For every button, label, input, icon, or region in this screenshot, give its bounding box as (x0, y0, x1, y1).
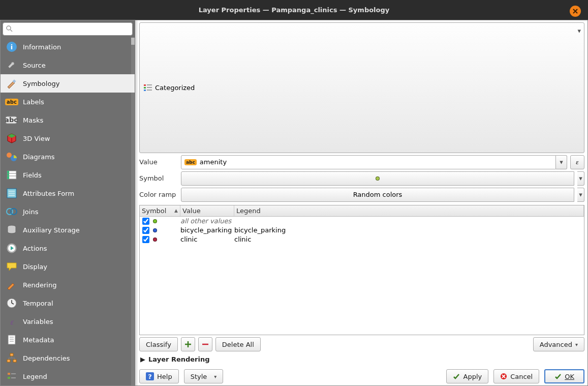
chevron-down-icon: ▾ (214, 374, 216, 379)
window: Layer Properties — Pampanga_clinics — Sy… (0, 0, 588, 386)
value-row: Value abc amenity ▾ ε (139, 155, 584, 169)
classify-button[interactable]: Classify (139, 337, 178, 351)
delete-all-button[interactable]: Delete All (215, 337, 261, 351)
sidebar-item-masks[interactable]: abc Masks (1, 111, 135, 129)
layer-rendering-toggle[interactable]: ▶ Layer Rendering (139, 353, 584, 365)
joins-icon (6, 205, 18, 218)
sidebar-item-labels[interactable]: abc Labels (1, 93, 135, 111)
sidebar-item-display[interactable]: Display (1, 257, 135, 276)
svg-text:ε: ε (10, 318, 14, 326)
sidebar-item-information[interactable]: i Information (1, 38, 135, 56)
category-checkbox[interactable] (142, 236, 149, 243)
chevron-down-icon: ▾ (577, 27, 581, 35)
sidebar-item-label: Actions (23, 245, 47, 252)
sidebar-item-joins[interactable]: Joins (1, 202, 135, 221)
sidebar-item-attributes-form[interactable]: Attributes Form (1, 184, 135, 202)
symbol-button[interactable] (181, 171, 574, 186)
value-field-input[interactable]: abc amenity (181, 155, 556, 169)
search-input[interactable] (3, 22, 133, 36)
tree-icon (6, 352, 18, 364)
color-ramp-dropdown[interactable]: ▾ (577, 188, 584, 202)
symbol-label: Symbol (139, 174, 178, 182)
sidebar-item-label: Auxiliary Storage (23, 226, 80, 234)
sidebar-item-actions[interactable]: Actions (1, 239, 135, 257)
categorized-icon (144, 84, 152, 91)
sidebar-item-metadata[interactable]: Metadata (1, 331, 135, 349)
remove-category-button[interactable] (198, 337, 212, 351)
sidebar-item-symbology[interactable]: Symbology (1, 74, 135, 93)
apply-button[interactable]: Apply (446, 369, 488, 383)
epsilon-icon: ε (6, 315, 18, 328)
style-button[interactable]: Style ▾ (184, 369, 224, 383)
svg-rect-42 (144, 87, 146, 88)
sidebar-item-label: Source (23, 62, 46, 69)
sidebar-item-label: Fields (23, 171, 42, 179)
table-header: Symbol▲ Value Legend (140, 205, 584, 217)
svg-rect-38 (8, 377, 10, 379)
cancel-button[interactable]: Cancel (493, 369, 539, 383)
sidebar-item-label: Information (23, 43, 61, 51)
close-icon (573, 9, 578, 14)
ok-button[interactable]: OK (544, 369, 584, 383)
sidebar-item-rendering[interactable]: Rendering (1, 276, 135, 294)
brush2-icon (6, 279, 18, 291)
plus-icon (184, 341, 192, 348)
svg-point-7 (7, 153, 12, 158)
scrollbar-thumb[interactable] (131, 38, 135, 45)
sidebar-item-label: Masks (23, 116, 43, 124)
category-checkbox[interactable] (142, 218, 149, 225)
triangle-right-icon: ▶ (140, 355, 145, 363)
svg-rect-37 (8, 373, 10, 375)
color-ramp-button[interactable]: Random colors (181, 188, 574, 202)
sidebar-scrollbar[interactable] (131, 38, 135, 385)
fields-icon (6, 169, 18, 181)
sidebar-item-fields[interactable]: Fields (1, 166, 135, 184)
database-icon (6, 224, 18, 236)
table-row[interactable]: bicycle_parking bicycle_parking (140, 226, 584, 235)
sidebar-item-legend[interactable]: Legend (1, 367, 135, 385)
sidebar: i Information Source Symbology abc Label… (1, 20, 135, 385)
minus-icon (202, 341, 209, 348)
svg-rect-10 (7, 171, 9, 179)
svg-line-1 (10, 29, 12, 32)
sidebar-item-temporal[interactable]: Temporal (1, 294, 135, 312)
search-icon (6, 25, 13, 32)
category-checkbox[interactable] (142, 227, 149, 234)
color-ramp-value: Random colors (353, 191, 403, 198)
th-value[interactable]: Value (180, 205, 234, 216)
renderer-combo[interactable]: Categorized ▾ (139, 22, 584, 153)
svg-rect-43 (144, 90, 146, 91)
sidebar-item-label: Legend (23, 373, 47, 380)
expression-button[interactable]: ε (570, 155, 584, 169)
sidebar-item-source[interactable]: Source (1, 56, 135, 74)
sidebar-item-variables[interactable]: ε Variables (1, 312, 135, 331)
default-symbol-swatch (376, 176, 380, 181)
svg-rect-31 (7, 360, 10, 362)
help-button[interactable]: ? Help (139, 369, 179, 383)
check-icon (453, 373, 460, 380)
table-body: all other values bicycle_parking bicycle… (140, 217, 584, 244)
sidebar-item-dependencies[interactable]: Dependencies (1, 349, 135, 367)
sidebar-item-3dview[interactable]: 3D View (1, 129, 135, 147)
value-field-dropdown[interactable]: ▾ (556, 155, 567, 169)
sidebar-item-diagrams[interactable]: Diagrams (1, 147, 135, 166)
add-category-button[interactable] (181, 337, 195, 351)
sidebar-item-label: 3D View (23, 135, 50, 142)
svg-point-18 (11, 209, 17, 215)
close-button[interactable] (570, 6, 581, 17)
value-field-combo: abc amenity ▾ (181, 155, 567, 169)
table-row[interactable]: clinic clinic (140, 235, 584, 244)
th-symbol[interactable]: Symbol▲ (140, 205, 180, 216)
symbol-dropdown[interactable]: ▾ (577, 171, 584, 186)
svg-rect-26 (8, 335, 15, 344)
sidebar-item-label: Attributes Form (23, 190, 74, 197)
table-row[interactable]: all other values (140, 217, 584, 226)
form-icon (6, 187, 18, 199)
advanced-button[interactable]: Advanced ▾ (533, 337, 584, 351)
th-legend[interactable]: Legend (234, 205, 584, 216)
check-icon (554, 373, 562, 380)
sidebar-item-label: Metadata (23, 336, 54, 344)
abc-badge: abc (184, 159, 197, 165)
labels-icon: abc (6, 96, 18, 108)
sidebar-item-auxiliary-storage[interactable]: Auxiliary Storage (1, 221, 135, 239)
